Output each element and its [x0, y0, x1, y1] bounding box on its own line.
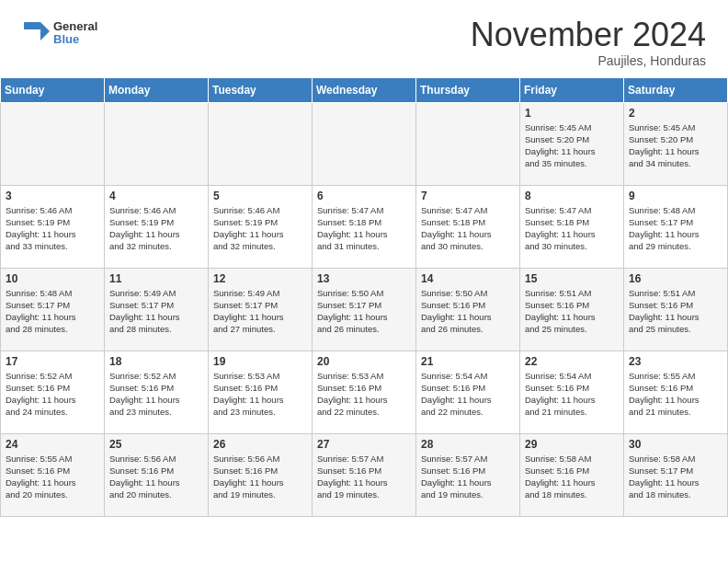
day-number: 27 — [317, 438, 411, 451]
day-details: Sunrise: 5:46 AM Sunset: 5:19 PM Dayligh… — [6, 204, 99, 253]
svg-rect-2 — [24, 22, 40, 29]
table-row: 1Sunrise: 5:45 AM Sunset: 5:20 PM Daylig… — [520, 102, 624, 185]
calendar-week-row: 24Sunrise: 5:55 AM Sunset: 5:16 PM Dayli… — [1, 433, 728, 516]
col-saturday: Saturday — [624, 77, 728, 102]
table-row: 24Sunrise: 5:55 AM Sunset: 5:16 PM Dayli… — [1, 433, 105, 516]
day-number: 6 — [317, 190, 411, 202]
day-details: Sunrise: 5:54 AM Sunset: 5:16 PM Dayligh… — [525, 370, 619, 419]
page: General Blue November 2024 Paujiles, Hon… — [0, 0, 728, 517]
table-row: 9Sunrise: 5:48 AM Sunset: 5:17 PM Daylig… — [624, 185, 728, 268]
day-number: 22 — [525, 355, 619, 368]
col-tuesday: Tuesday — [209, 77, 313, 102]
day-details: Sunrise: 5:51 AM Sunset: 5:16 PM Dayligh… — [629, 287, 722, 336]
day-details: Sunrise: 5:57 AM Sunset: 5:16 PM Dayligh… — [317, 453, 411, 501]
day-number: 13 — [317, 272, 411, 285]
calendar-week-row: 17Sunrise: 5:52 AM Sunset: 5:16 PM Dayli… — [1, 350, 728, 433]
svg-rect-3 — [24, 33, 40, 40]
col-friday: Friday — [520, 77, 624, 102]
col-sunday: Sunday — [1, 77, 105, 102]
day-details: Sunrise: 5:50 AM Sunset: 5:16 PM Dayligh… — [421, 287, 515, 336]
table-row: 22Sunrise: 5:54 AM Sunset: 5:16 PM Dayli… — [520, 350, 624, 433]
day-number: 28 — [421, 438, 515, 451]
table-row: 4Sunrise: 5:46 AM Sunset: 5:19 PM Daylig… — [105, 185, 209, 268]
day-details: Sunrise: 5:53 AM Sunset: 5:16 PM Dayligh… — [213, 370, 307, 419]
day-details: Sunrise: 5:53 AM Sunset: 5:16 PM Dayligh… — [317, 370, 411, 419]
day-details: Sunrise: 5:46 AM Sunset: 5:19 PM Dayligh… — [109, 204, 203, 253]
calendar-week-row: 3Sunrise: 5:46 AM Sunset: 5:19 PM Daylig… — [1, 185, 728, 268]
day-number: 21 — [421, 355, 515, 368]
table-row: 16Sunrise: 5:51 AM Sunset: 5:16 PM Dayli… — [624, 268, 728, 350]
day-number: 8 — [525, 190, 619, 202]
day-details: Sunrise: 5:54 AM Sunset: 5:16 PM Dayligh… — [421, 370, 515, 419]
table-row: 8Sunrise: 5:47 AM Sunset: 5:18 PM Daylig… — [520, 185, 624, 268]
table-row: 17Sunrise: 5:52 AM Sunset: 5:16 PM Dayli… — [1, 350, 105, 433]
calendar-week-row: 1Sunrise: 5:45 AM Sunset: 5:20 PM Daylig… — [1, 102, 728, 185]
day-details: Sunrise: 5:49 AM Sunset: 5:17 PM Dayligh… — [213, 287, 307, 336]
day-details: Sunrise: 5:55 AM Sunset: 5:16 PM Dayligh… — [6, 453, 99, 501]
col-thursday: Thursday — [416, 77, 520, 102]
day-details: Sunrise: 5:46 AM Sunset: 5:19 PM Dayligh… — [213, 204, 307, 253]
table-row: 12Sunrise: 5:49 AM Sunset: 5:17 PM Dayli… — [209, 268, 313, 350]
day-number: 1 — [525, 107, 619, 120]
day-number: 3 — [6, 190, 99, 202]
location: Paujiles, Honduras — [471, 53, 706, 68]
col-monday: Monday — [105, 77, 209, 102]
month-title: November 2024 — [471, 17, 706, 53]
table-row: 28Sunrise: 5:57 AM Sunset: 5:16 PM Dayli… — [416, 433, 520, 516]
day-number: 12 — [213, 272, 307, 285]
day-details: Sunrise: 5:55 AM Sunset: 5:16 PM Dayligh… — [629, 370, 722, 419]
day-details: Sunrise: 5:52 AM Sunset: 5:16 PM Dayligh… — [6, 370, 99, 419]
day-number: 15 — [525, 272, 619, 285]
day-number: 23 — [629, 355, 722, 368]
table-row: 10Sunrise: 5:48 AM Sunset: 5:17 PM Dayli… — [1, 268, 105, 350]
day-details: Sunrise: 5:57 AM Sunset: 5:16 PM Dayligh… — [421, 453, 515, 501]
day-details: Sunrise: 5:45 AM Sunset: 5:20 PM Dayligh… — [525, 121, 619, 170]
table-row: 23Sunrise: 5:55 AM Sunset: 5:16 PM Dayli… — [624, 350, 728, 433]
logo-general: General — [53, 20, 97, 33]
table-row: 29Sunrise: 5:58 AM Sunset: 5:16 PM Dayli… — [520, 433, 624, 516]
logo: General Blue — [22, 17, 97, 50]
day-details: Sunrise: 5:47 AM Sunset: 5:18 PM Dayligh… — [317, 204, 411, 253]
day-number: 19 — [213, 355, 307, 368]
header: General Blue November 2024 Paujiles, Hon… — [0, 0, 728, 77]
table-row: 15Sunrise: 5:51 AM Sunset: 5:16 PM Dayli… — [520, 268, 624, 350]
svg-marker-1 — [40, 22, 50, 40]
table-row — [105, 102, 209, 185]
day-details: Sunrise: 5:45 AM Sunset: 5:20 PM Dayligh… — [629, 121, 722, 170]
day-number: 16 — [629, 272, 722, 285]
day-details: Sunrise: 5:50 AM Sunset: 5:17 PM Dayligh… — [317, 287, 411, 336]
day-details: Sunrise: 5:51 AM Sunset: 5:16 PM Dayligh… — [525, 287, 619, 336]
day-details: Sunrise: 5:47 AM Sunset: 5:18 PM Dayligh… — [525, 204, 619, 253]
table-row: 27Sunrise: 5:57 AM Sunset: 5:16 PM Dayli… — [313, 433, 416, 516]
table-row: 14Sunrise: 5:50 AM Sunset: 5:16 PM Dayli… — [416, 268, 520, 350]
day-details: Sunrise: 5:48 AM Sunset: 5:17 PM Dayligh… — [629, 204, 722, 253]
table-row: 19Sunrise: 5:53 AM Sunset: 5:16 PM Dayli… — [209, 350, 313, 433]
day-details: Sunrise: 5:56 AM Sunset: 5:16 PM Dayligh… — [213, 453, 307, 501]
day-details: Sunrise: 5:48 AM Sunset: 5:17 PM Dayligh… — [6, 287, 99, 336]
day-number: 26 — [213, 438, 307, 451]
day-number: 2 — [629, 107, 722, 120]
table-row: 11Sunrise: 5:49 AM Sunset: 5:17 PM Dayli… — [105, 268, 209, 350]
day-details: Sunrise: 5:52 AM Sunset: 5:16 PM Dayligh… — [109, 370, 203, 419]
day-number: 4 — [109, 190, 203, 202]
table-row — [1, 102, 105, 185]
day-details: Sunrise: 5:56 AM Sunset: 5:16 PM Dayligh… — [109, 453, 203, 501]
day-details: Sunrise: 5:47 AM Sunset: 5:18 PM Dayligh… — [421, 204, 515, 253]
table-row: 21Sunrise: 5:54 AM Sunset: 5:16 PM Dayli… — [416, 350, 520, 433]
day-number: 17 — [6, 355, 99, 368]
table-row: 6Sunrise: 5:47 AM Sunset: 5:18 PM Daylig… — [313, 185, 416, 268]
day-details: Sunrise: 5:58 AM Sunset: 5:17 PM Dayligh… — [629, 453, 722, 501]
calendar: Sunday Monday Tuesday Wednesday Thursday… — [0, 77, 728, 517]
table-row: 3Sunrise: 5:46 AM Sunset: 5:19 PM Daylig… — [1, 185, 105, 268]
day-number: 11 — [109, 272, 203, 285]
day-details: Sunrise: 5:49 AM Sunset: 5:17 PM Dayligh… — [109, 287, 203, 336]
table-row: 7Sunrise: 5:47 AM Sunset: 5:18 PM Daylig… — [416, 185, 520, 268]
generalblue-logo-icon — [22, 17, 51, 46]
day-number: 9 — [629, 190, 722, 202]
col-wednesday: Wednesday — [313, 77, 416, 102]
day-number: 29 — [525, 438, 619, 451]
table-row: 30Sunrise: 5:58 AM Sunset: 5:17 PM Dayli… — [624, 433, 728, 516]
day-number: 7 — [421, 190, 515, 202]
day-number: 14 — [421, 272, 515, 285]
day-number: 10 — [6, 272, 99, 285]
